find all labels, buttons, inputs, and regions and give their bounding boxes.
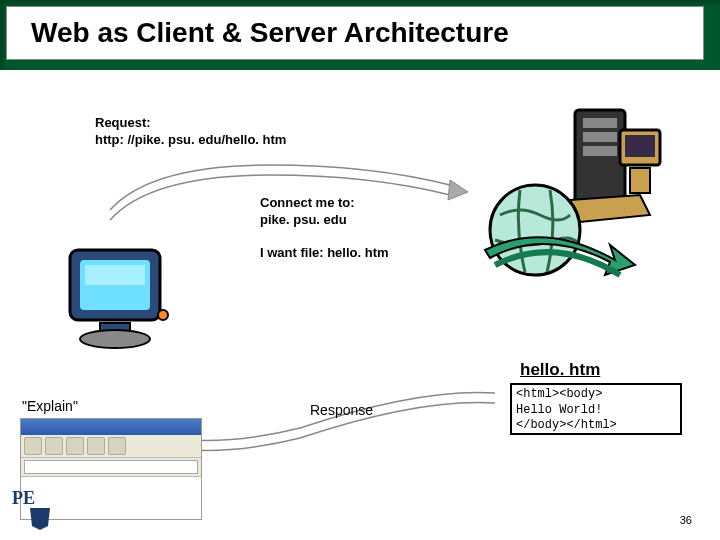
request-label: Request: http: //pike. psu. edu/hello. h… (95, 115, 286, 149)
want-file-label: I want file: hello. htm (260, 245, 389, 260)
svg-rect-7 (583, 118, 617, 128)
penn-letters: PE (12, 488, 35, 508)
explain-label: "Explain" (22, 398, 78, 414)
svg-rect-8 (583, 132, 617, 142)
svg-rect-11 (625, 135, 655, 157)
title-inner: Web as Client & Server Architecture (6, 6, 704, 60)
client-monitor-icon (55, 245, 185, 355)
file-name-label: hello. htm (520, 360, 600, 380)
svg-point-4 (80, 330, 150, 348)
page-number: 36 (680, 514, 692, 526)
connect-heading: Connect me to: (260, 195, 355, 210)
response-label: Response (310, 402, 373, 418)
svg-rect-12 (630, 168, 650, 193)
svg-rect-9 (583, 146, 617, 156)
request-heading: Request: (95, 115, 151, 130)
svg-rect-2 (85, 265, 145, 285)
title-bar: Web as Client & Server Architecture (0, 0, 720, 70)
connect-host: pike. psu. edu (260, 212, 347, 227)
connect-label: Connect me to: pike. psu. edu (260, 195, 355, 229)
slide-title: Web as Client & Server Architecture (31, 17, 509, 49)
svg-point-5 (158, 310, 168, 320)
server-computer-icon (465, 100, 665, 300)
html-content-box: <html><body> Hello World! </body></html> (510, 383, 682, 435)
pennstate-badge-icon: PE (10, 486, 70, 530)
html-line3: </body></html> (516, 418, 617, 432)
html-line1: <html><body> (516, 387, 602, 401)
html-line2: Hello World! (516, 403, 602, 417)
request-url: http: //pike. psu. edu/hello. htm (95, 132, 286, 147)
